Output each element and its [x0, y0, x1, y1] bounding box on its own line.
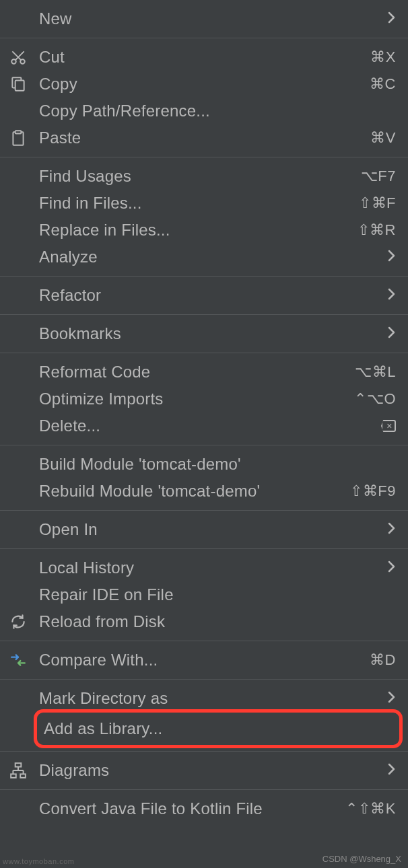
watermark-left: www.toymoban.com — [3, 857, 74, 865]
menu-item-refactor[interactable]: Refactor — [0, 282, 408, 309]
label: Diagrams — [39, 761, 388, 780]
separator — [0, 510, 408, 511]
svg-rect-5 — [15, 81, 24, 91]
separator — [0, 751, 408, 752]
menu-item-copy[interactable]: Copy ⌘C — [0, 71, 408, 98]
chevron-right-icon — [388, 250, 396, 265]
separator — [0, 679, 408, 680]
shortcut: ⌘D — [370, 651, 396, 669]
svg-rect-7 — [15, 131, 22, 133]
shortcut: ⌘C — [370, 75, 396, 93]
menu-item-replace-in-files[interactable]: Replace in Files... ⇧⌘R — [0, 217, 408, 244]
label: Find in Files... — [39, 194, 359, 213]
chevron-right-icon — [388, 763, 396, 779]
diagrams-icon — [9, 762, 39, 779]
menu-item-reformat-code[interactable]: Reformat Code ⌥⌘L — [0, 359, 408, 386]
label: Add as Library... — [44, 719, 387, 738]
label: Copy Path/Reference... — [39, 102, 396, 120]
label: Compare With... — [39, 651, 370, 670]
chevron-right-icon — [388, 691, 396, 707]
menu-item-local-history[interactable]: Local History — [0, 554, 408, 581]
chevron-right-icon — [388, 11, 396, 27]
shortcut: ⌃⌥O — [354, 390, 396, 408]
menu-item-bookmarks[interactable]: Bookmarks — [0, 320, 408, 347]
chevron-right-icon — [388, 522, 396, 538]
label: Mark Directory as — [39, 689, 388, 708]
label: New — [39, 9, 388, 28]
separator — [0, 641, 408, 641]
menu-item-cut[interactable]: Cut ⌘X — [0, 44, 408, 71]
shortcut: ⌥F7 — [361, 168, 396, 185]
label: Cut — [39, 48, 370, 67]
label: Repair IDE on File — [39, 585, 396, 604]
shortcut: ⇧⌘F — [359, 194, 396, 212]
chevron-right-icon — [388, 288, 396, 303]
separator — [0, 789, 408, 790]
label: Copy — [39, 75, 370, 94]
chevron-right-icon — [388, 326, 396, 342]
separator — [0, 314, 408, 315]
menu-item-optimize-imports[interactable]: Optimize Imports ⌃⌥O — [0, 386, 408, 412]
label: Open In — [39, 520, 388, 539]
label: Local History — [39, 558, 388, 577]
shortcut: ⌘X — [370, 48, 396, 66]
separator — [0, 445, 408, 445]
menu-item-reload-from-disk[interactable]: Reload from Disk — [0, 608, 408, 635]
paste-icon — [9, 129, 39, 147]
label: Paste — [39, 129, 370, 147]
backspace-icon — [381, 420, 396, 432]
svg-rect-8 — [15, 763, 22, 766]
label: Replace in Files... — [39, 221, 358, 240]
label: Optimize Imports — [39, 390, 354, 408]
menu-item-rebuild-module[interactable]: Rebuild Module 'tomcat-demo' ⇧⌘F9 — [0, 478, 408, 505]
label: Find Usages — [39, 167, 361, 186]
chevron-right-icon — [388, 560, 396, 576]
menu-item-paste[interactable]: Paste ⌘V — [0, 124, 408, 151]
menu-item-open-in[interactable]: Open In — [0, 516, 408, 543]
context-menu: New Cut ⌘X Copy ⌘C Copy Path/Reference..… — [0, 0, 408, 828]
menu-item-diagrams[interactable]: Diagrams — [0, 757, 408, 784]
copy-icon — [9, 75, 39, 93]
menu-item-copy-path[interactable]: Copy Path/Reference... — [0, 98, 408, 124]
reload-icon — [9, 613, 39, 630]
menu-item-build-module[interactable]: Build Module 'tomcat-demo' — [0, 451, 408, 478]
menu-item-mark-directory-as[interactable]: Mark Directory as — [0, 685, 408, 712]
label: Convert Java File to Kotlin File — [39, 799, 345, 818]
label: Analyze — [39, 248, 388, 266]
shortcut: ⇧⌘R — [358, 221, 396, 239]
separator — [0, 276, 408, 277]
menu-item-find-in-files[interactable]: Find in Files... ⇧⌘F — [0, 190, 408, 217]
shortcut: ⌥⌘L — [355, 363, 396, 381]
menu-item-convert-kotlin[interactable]: Convert Java File to Kotlin File ⌃⇧⌘K — [0, 795, 408, 822]
label: Build Module 'tomcat-demo' — [39, 455, 396, 474]
label: Bookmarks — [39, 324, 388, 343]
label: Refactor — [39, 286, 388, 305]
shortcut: ⇧⌘F9 — [350, 482, 396, 500]
separator — [0, 157, 408, 157]
label: Rebuild Module 'tomcat-demo' — [39, 482, 350, 501]
svg-rect-9 — [11, 774, 16, 777]
separator — [0, 353, 408, 353]
shortcut: ⌃⇧⌘K — [345, 800, 396, 818]
watermark: CSDN @Wsheng_X — [322, 854, 401, 864]
shortcut: ⌘V — [370, 129, 396, 147]
label: Delete... — [39, 417, 381, 435]
label: Reload from Disk — [39, 612, 396, 631]
cut-icon — [9, 48, 39, 66]
menu-item-compare-with[interactable]: Compare With... ⌘D — [0, 647, 408, 674]
separator — [0, 38, 408, 38]
separator — [0, 548, 408, 549]
compare-icon — [9, 651, 39, 669]
menu-item-delete[interactable]: Delete... — [0, 412, 408, 439]
menu-item-repair-ide[interactable]: Repair IDE on File — [0, 581, 408, 608]
menu-item-new[interactable]: New — [0, 5, 408, 32]
menu-item-add-as-library[interactable]: Add as Library... — [37, 715, 399, 742]
menu-item-analyze[interactable]: Analyze — [0, 244, 408, 270]
highlight-annotation: Add as Library... — [34, 709, 403, 748]
label: Reformat Code — [39, 363, 355, 382]
svg-rect-10 — [20, 774, 26, 777]
menu-item-find-usages[interactable]: Find Usages ⌥F7 — [0, 163, 408, 190]
